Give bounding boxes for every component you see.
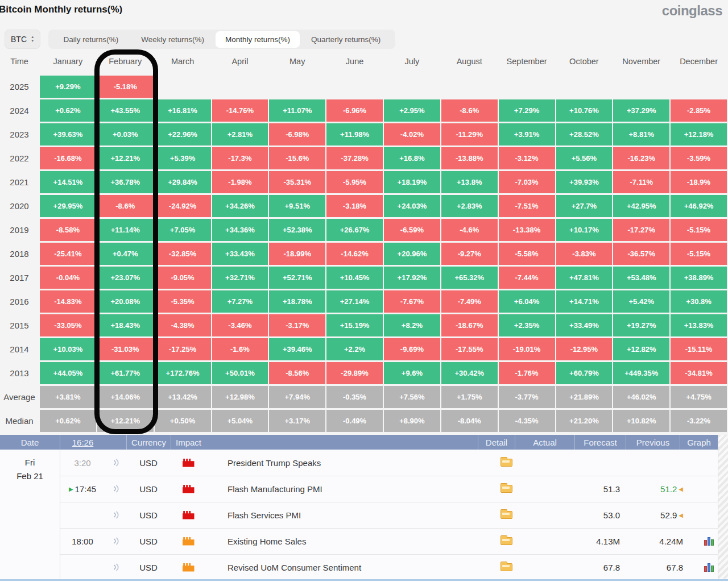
- tab-monthly-returns[interactable]: Monthly returns(%): [216, 31, 300, 48]
- cell-average-august: +1.75%: [441, 386, 498, 408]
- cell-2023-january: +39.63%: [40, 123, 96, 146]
- cell-2016-march: -5.35%: [155, 290, 211, 313]
- cell-2017-march: -9.05%: [155, 267, 211, 289]
- cell-2015-january: -33.05%: [40, 314, 96, 336]
- impact-medium-icon: [183, 537, 195, 546]
- detail-folder-icon[interactable]: [500, 563, 512, 571]
- revision-arrow-icon: ◀: [679, 486, 683, 492]
- calendar-date-spacer: [0, 450, 60, 476]
- calendar-header-impact: Impact: [171, 435, 206, 450]
- detail-folder-icon[interactable]: [500, 537, 512, 545]
- scrollbar[interactable]: [718, 435, 728, 579]
- coin-selector[interactable]: BTC ▲▼: [5, 30, 40, 49]
- cell-2020-november: +42.95%: [613, 195, 669, 217]
- calendar-date-spacer: [0, 554, 60, 579]
- previous-value: [636, 450, 690, 476]
- row-label-2025: 2025: [0, 76, 39, 98]
- row-label-2013: 2013: [0, 362, 39, 384]
- cell-2016-april: +7.27%: [212, 290, 268, 313]
- cell-2018-december: -5.15%: [671, 243, 727, 265]
- previous-value-text: 67.8: [667, 563, 683, 572]
- cell-2015-may: -3.17%: [269, 314, 325, 336]
- cell-2021-june: -5.95%: [326, 171, 383, 193]
- heatmap-row-2025: 2025+9.29%-5.18%: [0, 76, 727, 98]
- cell-2024-january: +0.62%: [40, 99, 96, 122]
- cell-2020-march: -24.92%: [155, 195, 211, 217]
- heatmap-row-2014: 2014+10.03%-31.03%-17.25%-1.6%+39.46%+2.…: [0, 338, 727, 360]
- detail-folder-icon[interactable]: [500, 459, 512, 467]
- heatmap-row-2013: 2013+44.05%+61.77%+172.76%+50.01%-8.56%-…: [0, 362, 727, 384]
- cell-2013-march: +172.76%: [155, 362, 211, 384]
- tab-quarterly-returns[interactable]: Quarterly returns(%): [300, 31, 392, 48]
- column-header-march: March: [155, 56, 211, 67]
- impact-cell: [171, 554, 206, 579]
- heatmap-row-2018: 2018-25.41%+0.47%-32.85%+33.43%-18.99%-1…: [0, 243, 727, 265]
- cell-2018-september: -5.58%: [499, 243, 555, 265]
- impact-high-icon: [183, 485, 195, 493]
- current-time-link[interactable]: 16:26: [72, 438, 94, 447]
- cell-2024-september: +7.29%: [499, 99, 555, 122]
- cell-2013-november: +449.35%: [613, 362, 669, 384]
- forecast-value: 4.13M: [585, 528, 636, 554]
- cell-2024-july: +2.95%: [384, 99, 440, 122]
- cell-2018-march: -32.85%: [155, 243, 211, 265]
- calendar-row: USDFlash Services PMI53.052.9◀: [0, 502, 728, 528]
- calendar-date-spacer: [0, 502, 60, 528]
- cell-2021-august: +13.8%: [441, 171, 498, 193]
- cell-2020-june: -3.18%: [326, 195, 383, 217]
- cell-2023-july: -4.02%: [384, 123, 440, 146]
- cell-2024-june: -6.96%: [326, 99, 383, 122]
- event-time: 18:00: [60, 528, 105, 554]
- previous-value: 67.8: [636, 554, 690, 579]
- impact-high-icon: [183, 459, 195, 467]
- column-header-december: December: [671, 56, 727, 67]
- graph-icon[interactable]: [704, 563, 714, 572]
- row-label-2021: 2021: [0, 171, 39, 193]
- tab-weekly-returns[interactable]: Weekly returns(%): [130, 31, 216, 48]
- impact-cell: [171, 502, 206, 528]
- actual-value: [525, 502, 585, 528]
- cell-2019-september: -13.38%: [499, 219, 555, 241]
- currency-label: USD: [126, 502, 171, 528]
- actual-value: [525, 476, 585, 502]
- returns-period-tabs: Daily returns(%)Weekly returns(%)Monthly…: [48, 30, 395, 49]
- column-header-may: May: [269, 56, 325, 67]
- row-label-average: Average: [0, 386, 39, 408]
- cell-2022-august: -13.88%: [441, 147, 498, 169]
- title-row: Bitcoin Monthly returns(%) coinglass: [0, 4, 722, 18]
- cell-average-june: -0.35%: [326, 386, 383, 408]
- calendar-header: Date16:26CurrencyImpactDetailActualForec…: [0, 435, 728, 450]
- detail-cell: [488, 476, 525, 502]
- calendar-row: ▶17:45USDFlash Manufacturing PMI51.351.2…: [0, 476, 728, 502]
- calendar-header-forecast: Forecast: [574, 435, 626, 450]
- event-time: ▶17:45: [60, 476, 105, 502]
- cell-2015-october: +33.49%: [556, 314, 613, 336]
- cell-2015-november: +19.27%: [613, 314, 669, 336]
- cell-2023-september: +3.91%: [499, 123, 555, 146]
- cell-2016-may: +18.78%: [269, 290, 325, 313]
- heatmap-row-median: Median+0.62%+12.21%+0.50%+5.04%+3.17%-0.…: [0, 410, 727, 432]
- detail-folder-icon[interactable]: [500, 511, 512, 519]
- currency-label: USD: [126, 554, 171, 579]
- cell-2021-november: -7.11%: [613, 171, 669, 193]
- tab-daily-returns[interactable]: Daily returns(%): [52, 31, 130, 48]
- column-header-august: August: [441, 56, 498, 67]
- graph-icon[interactable]: [704, 537, 714, 546]
- calendar-header-graph-label: Graph: [687, 438, 711, 447]
- cell-2014-february: -31.03%: [97, 338, 154, 360]
- detail-folder-icon[interactable]: [500, 485, 512, 493]
- cell-2016-february: +20.08%: [97, 290, 154, 313]
- cell-2017-may: +52.71%: [269, 267, 325, 289]
- cell-2022-october: +5.56%: [556, 147, 613, 169]
- cell-2023-may: -6.98%: [269, 123, 325, 146]
- previous-value-text: 51.2: [660, 484, 677, 494]
- cell-2018-november: -36.57%: [613, 243, 669, 265]
- cell-2024-december: -2.85%: [671, 99, 727, 122]
- cell-2019-december: -5.15%: [671, 219, 727, 241]
- cell-2015-july: +8.2%: [384, 314, 440, 336]
- speaker-icon: [105, 528, 126, 554]
- cell-2019-august: -4.6%: [441, 219, 498, 241]
- actual-value: [525, 450, 585, 476]
- cell-2017-november: +53.48%: [613, 267, 669, 289]
- calendar-header-date: Date: [0, 435, 60, 450]
